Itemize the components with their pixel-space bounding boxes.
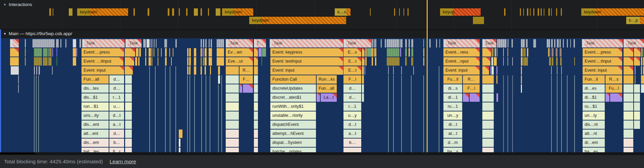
flame-bar[interactable]: [205, 66, 206, 75]
flame-bar[interactable]: [189, 57, 191, 66]
flame-sliver[interactable]: [439, 66, 439, 152]
flame-bar[interactable]: [374, 39, 375, 48]
flame-sliver[interactable]: [561, 75, 562, 152]
flame-sliver[interactable]: [388, 75, 389, 152]
flame-bar[interactable]: [179, 130, 182, 138]
flame-bar[interactable]: d…: [343, 84, 361, 93]
flame-bar[interactable]: [73, 48, 76, 57]
flame-bar[interactable]: [254, 84, 258, 93]
flame-bar[interactable]: [496, 93, 498, 102]
flame-bar[interactable]: fi…r: [109, 148, 124, 152]
flame-sliver[interactable]: [149, 66, 150, 152]
flame-bar[interactable]: [482, 66, 489, 75]
learn-more-link[interactable]: Learn more: [110, 159, 136, 165]
flame-bar[interactable]: [387, 48, 399, 57]
flame-bar[interactable]: a…t: [343, 130, 361, 138]
interaction-bar[interactable]: [172, 8, 174, 16]
flame-bar[interactable]: [423, 57, 424, 66]
flame-bar[interactable]: b…: [109, 139, 124, 147]
flame-sliver[interactable]: [567, 75, 568, 152]
task-bar[interactable]: Task: [482, 39, 496, 48]
flame-bar[interactable]: [164, 39, 167, 48]
flame-bar[interactable]: [482, 148, 494, 152]
interaction-bar[interactable]: [148, 8, 149, 16]
flame-bar[interactable]: [372, 39, 373, 48]
flame-bar[interactable]: [11, 66, 19, 75]
flame-bar[interactable]: [201, 39, 202, 48]
interaction-bar[interactable]: k…p: [626, 17, 644, 24]
flame-bar[interactable]: [52, 48, 53, 57]
flame-bar[interactable]: [374, 48, 375, 57]
task-bar[interactable]: Task: [624, 39, 644, 48]
flame-bar[interactable]: [254, 102, 258, 111]
flame-bar[interactable]: [154, 39, 155, 48]
flame-bar[interactable]: dispatchEvent: [270, 120, 316, 129]
flame-bar[interactable]: Fun…all: [317, 84, 337, 93]
interaction-bar[interactable]: keydown: [77, 8, 128, 16]
flame-bar[interactable]: [561, 66, 562, 75]
flame-bar[interactable]: [491, 57, 493, 66]
interaction-bar[interactable]: [201, 8, 202, 16]
flame-bar[interactable]: [125, 102, 132, 111]
interaction-bar[interactable]: [551, 8, 552, 16]
interaction-bar[interactable]: [538, 8, 539, 16]
flame-bar[interactable]: [33, 39, 55, 48]
flame-bar[interactable]: [624, 84, 633, 93]
main-track-header[interactable]: ▼ Main — https://9sr5wp.csb.app/: [3, 31, 72, 36]
flame-bar[interactable]: [512, 39, 513, 48]
flame-bar[interactable]: [574, 39, 575, 48]
flame-sliver[interactable]: [411, 75, 412, 152]
flame-bar[interactable]: [387, 39, 399, 48]
flame-bar[interactable]: [563, 39, 564, 48]
flame-sliver[interactable]: [557, 75, 557, 152]
flame-bar[interactable]: [226, 84, 239, 93]
flame-bar[interactable]: [362, 48, 365, 57]
flame-bar[interactable]: [388, 66, 389, 75]
flame-bar[interactable]: [423, 48, 424, 57]
flame-sliver[interactable]: [393, 75, 394, 152]
flame-bar[interactable]: [482, 139, 494, 147]
flame-bar[interactable]: [624, 130, 633, 138]
flame-bar[interactable]: [624, 148, 633, 152]
flame-bar[interactable]: [549, 48, 550, 57]
flame-bar[interactable]: [574, 57, 575, 66]
flame-bar[interactable]: [10, 57, 19, 66]
interaction-bar[interactable]: keydown: [581, 8, 644, 16]
flame-bar[interactable]: [139, 48, 141, 57]
flame-bar[interactable]: Event:…press: [583, 48, 622, 57]
flame-bar[interactable]: [125, 148, 132, 152]
flame-bar[interactable]: [226, 130, 239, 138]
flame-bar[interactable]: [39, 66, 40, 75]
flame-bar[interactable]: [254, 111, 258, 120]
flame-bar[interactable]: [372, 48, 373, 57]
flame-bar[interactable]: [482, 93, 494, 102]
flame-bar[interactable]: Event: input: [82, 66, 124, 75]
flame-sliver[interactable]: [165, 66, 166, 152]
flame-bar[interactable]: [226, 102, 239, 111]
interaction-bar[interactable]: keydown: [249, 17, 346, 24]
flame-bar[interactable]: [491, 66, 494, 75]
flame-bar[interactable]: [203, 48, 204, 57]
flame-bar[interactable]: dis…em: [82, 139, 109, 147]
interaction-bar[interactable]: [541, 8, 542, 16]
flame-bar[interactable]: [482, 102, 494, 111]
flame-bar[interactable]: [226, 148, 239, 152]
task-bar[interactable]: T…: [254, 39, 266, 48]
flame-bar[interactable]: attempt…hEvent: [270, 130, 316, 138]
flame-bar[interactable]: [523, 48, 526, 57]
flame-bar[interactable]: E…s: [343, 48, 361, 57]
interaction-bar[interactable]: keyup: [440, 8, 481, 16]
flame-bar[interactable]: [405, 48, 407, 57]
flame-bar[interactable]: [409, 48, 410, 57]
flame-bar[interactable]: [551, 66, 552, 75]
task-bar[interactable]: Task: [226, 39, 253, 48]
flame-bar[interactable]: [497, 48, 497, 57]
flame-bar[interactable]: ba…s: [443, 148, 462, 152]
flame-bar[interactable]: [521, 48, 523, 57]
flame-bar[interactable]: Fun…ll: [583, 75, 605, 84]
flame-bar[interactable]: [567, 39, 568, 48]
flame-bar[interactable]: [411, 39, 413, 48]
flame-bar[interactable]: [439, 39, 440, 48]
flame-bar[interactable]: [48, 57, 52, 66]
flame-bar[interactable]: [25, 57, 26, 66]
